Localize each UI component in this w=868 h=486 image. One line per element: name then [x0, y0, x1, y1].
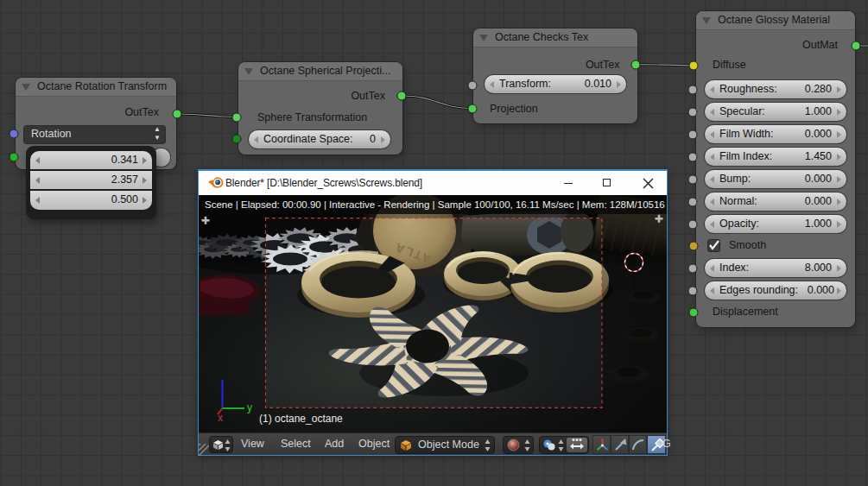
svg-text:(1) octane_octane: (1) octane_octane: [259, 413, 343, 425]
svg-text:x: x: [218, 412, 223, 424]
svg-text:y: y: [247, 401, 252, 413]
